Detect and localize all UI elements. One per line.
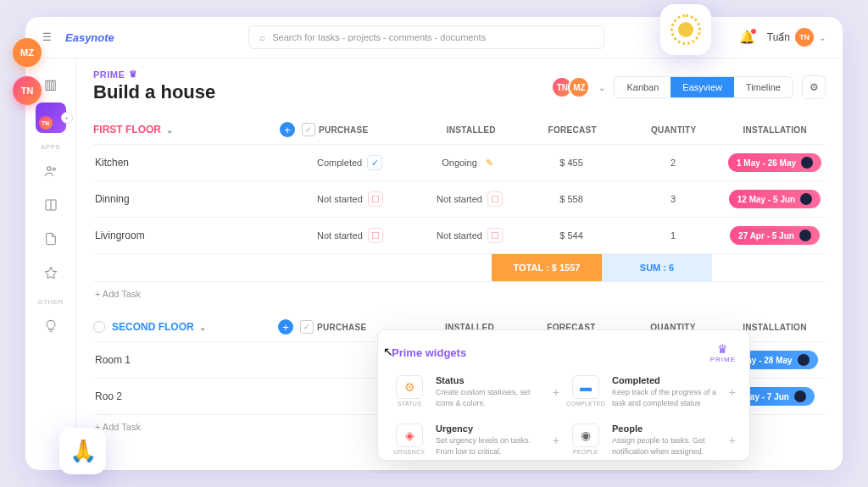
tab-kanban[interactable]: Kanban [615,77,670,97]
widgets-title: Prime widgets [392,346,466,359]
widget-card[interactable]: ◉ PEOPLE People Assign people to tasks. … [568,420,736,460]
task-row[interactable]: Kitchen Completed ✓ Ongoing ✎ $ 455 2 1 … [93,145,826,181]
task-name: Roo 2 [93,390,280,402]
search-input[interactable]: ⌕ Search for tasks - projects - comments… [248,25,604,49]
task-row[interactable]: Livingroom Not started ☐ Not started ☐ $… [93,218,826,254]
svg-point-1 [53,168,55,170]
floating-avatar-mz: MZ [13,38,42,67]
add-column-button[interactable]: + [280,122,295,137]
sidebar-docs[interactable] [36,224,66,254]
logo[interactable]: Easynote [65,31,114,44]
tab-timeline[interactable]: Timeline [734,77,793,97]
widget-card[interactable]: ⚙ STATUS Status Create custom statuses, … [392,372,559,412]
forecast-cell[interactable]: $ 558 [520,194,622,204]
checkbox-icon[interactable]: ✓ [300,320,314,334]
installation-cell[interactable]: 27 Apr - 5 Jun [724,226,826,245]
view-tabs: Kanban Easyview Timeline [614,76,793,98]
add-widget-button[interactable]: + [553,434,559,447]
total-forecast: TOTAL : $ 1557 [492,254,602,281]
add-widget-button[interactable]: + [553,385,559,399]
user-name: Tuấn [767,31,790,43]
sidebar-design[interactable] [36,257,66,288]
tab-easyview[interactable]: Easyview [670,77,733,97]
widget-icon: ▬ [572,375,599,399]
column-quantity: QUANTITY [623,125,725,135]
clock-widget [660,4,711,55]
chevron-down-icon[interactable]: ⌄ [598,83,605,92]
page-title: Build a house [93,81,215,103]
quantity-cell[interactable]: 3 [622,194,724,204]
purchase-cell[interactable]: Completed ✓ [317,155,419,170]
add-task-button[interactable]: + Add Task [93,282,826,306]
add-widget-button[interactable]: + [729,434,736,447]
chevron-down-icon: ⌄ [819,33,826,42]
widget-title: People [612,423,721,434]
widget-icon-label: COMPLETED [566,401,605,407]
sidebar-ideas[interactable] [36,311,66,341]
checkbox-icon[interactable]: ✓ [302,123,315,136]
sidebar-teams[interactable] [36,156,66,186]
task-name: Livingroom [93,230,280,241]
widget-description: Set urgency levels on tasks. From low to… [436,435,544,457]
add-category-button[interactable]: ☰ Add Category [93,473,826,473]
add-widget-button[interactable]: + [729,385,736,399]
installed-cell[interactable]: Not started ☐ [419,191,520,207]
clock-icon [670,14,701,45]
installation-cell[interactable]: 12 May - 5 Jun [724,190,826,208]
widget-card[interactable]: ◈ URGENCY Urgency Set urgency levels on … [392,420,559,460]
workspace-avatar: TN [39,116,53,130]
notifications-icon[interactable]: 🔔 [739,30,755,45]
widget-card[interactable]: ▬ COMPLETED Completed Keep track of the … [568,372,736,412]
search-placeholder: Search for tasks - projects - comments -… [272,32,486,42]
installed-cell[interactable]: Not started ☐ [419,228,520,243]
sidebar-workspace-active[interactable]: TN › [36,102,66,133]
prime-tag: PRIME ♛ [93,69,215,80]
forecast-cell[interactable]: $ 544 [520,230,622,241]
widget-description: Keep track of the progress of a task and… [612,387,721,408]
task-name: Room 1 [93,354,280,366]
widget-icon-label: STATUS [398,401,421,407]
sidebar: ▥ TN › APPS OTHER [25,58,76,473]
task-row[interactable]: Dinning Not started ☐ Not started ☐ $ 55… [93,181,826,218]
svg-point-0 [47,167,51,171]
column-purchase: PURCHASE [319,125,420,135]
widget-title: Status [436,375,544,385]
sidebar-section-other: OTHER [37,298,64,306]
chevron-down-icon: ⌄ [199,323,206,332]
section-name[interactable]: FIRST FLOOR ⌄ [93,124,280,136]
radio-icon[interactable] [93,321,105,333]
sidebar-board[interactable] [36,190,66,220]
installation-cell[interactable]: 1 May - 26 May [724,153,826,172]
widget-icon-label: PEOPLE [573,449,598,455]
column-installed: INSTALLED [420,125,522,135]
quantity-cell[interactable]: 1 [622,230,724,241]
user-avatar: TN [795,28,814,47]
forecast-cell[interactable]: $ 455 [520,158,622,168]
settings-button[interactable]: ⚙ [802,75,826,99]
main-content: PRIME ♛ Build a house TN MZ ⌄ Kanban Eas… [76,58,843,473]
prime-widgets-panel: Prime widgets ♛ PRIME ⚙ STATUS Status Cr… [377,329,750,461]
hamburger-icon[interactable]: ☰ [42,31,52,43]
widget-title: Urgency [436,423,544,434]
widget-icon: ⚙ [396,375,423,399]
purchase-cell[interactable]: Not started ☐ [317,191,419,207]
topbar: ☰ Easynote ⌕ Search for tasks - projects… [25,17,843,58]
widget-icon-label: URGENCY [393,449,425,455]
section-name[interactable]: SECOND FLOOR ⌄ [112,321,278,333]
purchase-cell[interactable]: Not started ☐ [317,228,419,243]
cursor-icon: ↖ [383,345,393,358]
member-stack[interactable]: TN MZ [551,76,590,98]
chevron-right-icon: › [61,112,73,124]
user-menu[interactable]: Tuấn TN ⌄ [767,28,826,47]
quantity-cell[interactable]: 2 [622,158,724,168]
crown-icon: ♛ [129,69,138,80]
totals-row: TOTAL : $ 1557 SUM : 6 [93,254,826,282]
sum-quantity: SUM : 6 [602,254,712,281]
installed-cell[interactable]: Ongoing ✎ [419,155,520,170]
search-icon: ⌕ [259,32,265,42]
sidebar-dashboard[interactable]: ▥ [36,69,66,99]
task-name: Dinning [93,193,280,205]
add-column-button[interactable]: + [278,319,293,335]
column-installation: INSTALLATION [725,125,826,135]
sidebar-section-apps: APPS [41,143,60,151]
